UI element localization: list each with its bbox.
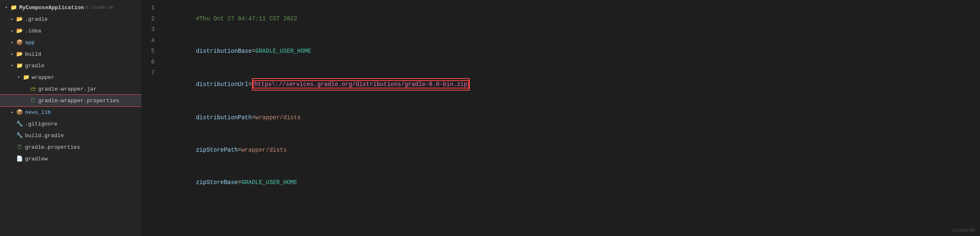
gradle-arrow (9, 63, 15, 69)
dotgradle-icon: 📂 (16, 15, 23, 23)
sidebar-item-build[interactable]: 📂 build (0, 48, 141, 60)
wrapper-jar-label: gradle-wrapper.jar (38, 86, 96, 92)
line-num-4: 4 (141, 35, 155, 46)
gradleprops-label: gradle.properties (25, 144, 80, 150)
gitignore-icon: 🔧 (16, 120, 23, 128)
line-num-1: 1 (141, 2, 155, 13)
line2-val: GRADLE_USER_HOME (255, 48, 311, 54)
dotgradle-label: .gradle (25, 16, 48, 22)
line6-key: zipStoreBase (196, 179, 238, 186)
build-icon: 📂 (16, 50, 23, 58)
buildgradle-icon: 🔧 (16, 132, 23, 139)
line-num-5: 5 (141, 46, 155, 57)
root-label: MyComposeApplication (19, 5, 84, 11)
code-line-2: distributionBase=GRADLE_USER_HOME (168, 35, 980, 67)
wrapper-arrow (16, 74, 22, 80)
line4-key: distributionPath (196, 114, 252, 121)
idea-label: .idea (25, 28, 41, 34)
app-icon: 📦 (16, 39, 23, 46)
buildgradle-label: build.gradle (25, 133, 64, 139)
watermark: CSDN@刘峥 (952, 227, 975, 234)
line3-key: distributionUrl (196, 81, 248, 88)
line2-eq: = (252, 48, 255, 54)
sidebar-item-app[interactable]: 📦 app (0, 37, 141, 48)
wrapper-props-icon: 🗒 (29, 97, 37, 104)
sidebar-item-wrapper-jar[interactable]: 🗃 gradle-wrapper.jar (0, 83, 141, 95)
line-num-6: 6 (141, 57, 155, 67)
wrapper-icon: 📁 (22, 74, 30, 81)
root-folder-icon: 📁 (10, 4, 17, 11)
code-editor: 1 2 3 4 5 6 7 #Thu Oct 27 04:47:11 CST 2… (141, 0, 980, 236)
gradlew-label: gradlew (25, 156, 48, 162)
line4-eq: = (252, 114, 255, 121)
sidebar-item-buildgradle[interactable]: 🔧 build.gradle (0, 130, 141, 141)
wrapper-label: wrapper (32, 74, 54, 81)
gradle-icon: 📁 (16, 62, 23, 69)
code-line-5: zipStorePath=wrapper/dists (168, 134, 980, 166)
sidebar-item-gradleprops[interactable]: 🗒 gradle.properties (0, 141, 141, 153)
line2-key: distributionBase (196, 48, 252, 54)
gradlew-icon: 📄 (16, 155, 23, 162)
newslib-arrow (9, 109, 15, 115)
line3-eq: = (248, 81, 252, 88)
sidebar-item-dotgradle[interactable]: 📂 .gradle (0, 13, 141, 25)
idea-arrow (9, 28, 15, 34)
line-num-3: 3 (141, 24, 155, 35)
line3-url-highlight: https\://services.gradle.org/distributio… (252, 78, 470, 91)
wrapper-props-label: gradle-wrapper.properties (38, 98, 119, 104)
sidebar-item-newslib[interactable]: 📦 news_lib (0, 106, 141, 118)
sidebar-item-wrapper-properties[interactable]: 🗒 gradle-wrapper.properties (0, 95, 141, 106)
gradleprops-icon: 🗒 (16, 143, 23, 151)
root-path-hint: E:\code\Je (86, 5, 113, 10)
build-arrow (9, 51, 15, 57)
line4-val: wrapper/dists (255, 114, 301, 121)
app-label: app (25, 39, 35, 46)
idea-icon: 📂 (16, 27, 23, 34)
sidebar-item-idea[interactable]: 📂 .idea (0, 25, 141, 37)
wrapper-jar-icon: 🗃 (29, 85, 37, 93)
newslib-icon: 📦 (16, 108, 23, 116)
line-num-2: 2 (141, 13, 155, 24)
line3-url: https\://services.gradle.org/distributio… (253, 80, 469, 88)
sidebar-item-gradle[interactable]: 📁 gradle (0, 60, 141, 71)
build-label: build (25, 51, 41, 57)
app-arrow (9, 39, 15, 45)
line5-key: zipStorePath (196, 147, 238, 153)
file-tree[interactable]: 📁 MyComposeApplication E:\code\Je 📂 .gra… (0, 0, 141, 236)
newslib-label: news_lib (25, 109, 51, 116)
dotgradle-arrow (9, 16, 15, 22)
line-numbers: 1 2 3 4 5 6 7 (141, 0, 161, 236)
line1-comment: #Thu Oct 27 04:47:11 CST 2022 (196, 15, 297, 22)
line-num-7: 7 (141, 67, 155, 78)
root-arrow (3, 5, 9, 10)
root-project[interactable]: 📁 MyComposeApplication E:\code\Je (0, 2, 141, 13)
line6-val: GRADLE_USER_HOME (241, 179, 297, 186)
code-line-4: distributionPath=wrapper/dists (168, 101, 980, 134)
sidebar-item-gitignore[interactable]: 🔧 .gitignore (0, 118, 141, 130)
code-line-6: zipStoreBase=GRADLE_USER_HOME (168, 166, 980, 199)
code-line-3: distributionUrl=https\://services.gradle… (168, 67, 980, 101)
code-line-7 (168, 199, 980, 209)
sidebar-item-wrapper[interactable]: 📁 wrapper (0, 71, 141, 83)
gitignore-label: .gitignore (25, 121, 57, 127)
sidebar-item-gradlew[interactable]: 📄 gradlew (0, 153, 141, 165)
code-line-1: #Thu Oct 27 04:47:11 CST 2022 (168, 2, 980, 35)
gradle-label: gradle (25, 63, 44, 69)
code-content[interactable]: #Thu Oct 27 04:47:11 CST 2022 distributi… (161, 0, 980, 236)
line5-val: wrapper/dists (241, 147, 286, 153)
